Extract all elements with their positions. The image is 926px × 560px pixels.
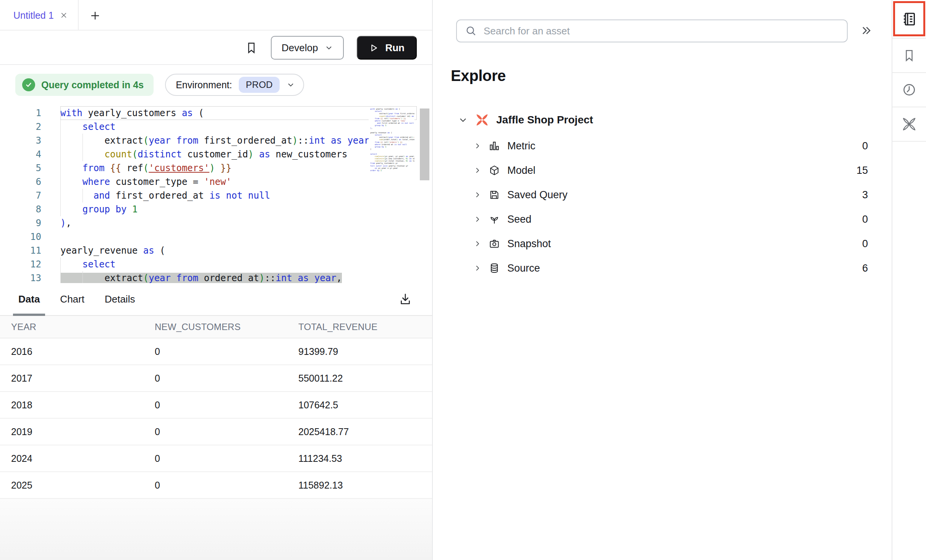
- asset-tree: Jaffle Shop Project Metric0Model15Saved …: [434, 106, 892, 280]
- line-number: 6: [0, 175, 41, 189]
- source-icon: [489, 262, 500, 274]
- indent-guide: [83, 189, 83, 202]
- results-tab-details[interactable]: Details: [105, 283, 135, 315]
- tree-item-saved-query[interactable]: Saved Query3: [434, 183, 892, 207]
- table-cell: 2025418.77: [298, 426, 432, 437]
- tree-item-count: 0: [862, 238, 868, 250]
- code-line[interactable]: 2 select: [0, 120, 417, 134]
- code-area[interactable]: 1with yearly_customers as (2 select3 ext…: [0, 106, 417, 283]
- table-row: 201902025418.77: [0, 419, 432, 445]
- line-number: 9: [0, 216, 41, 230]
- search-input[interactable]: [484, 25, 847, 37]
- indent-guide: [60, 189, 61, 202]
- code-line[interactable]: 1with yearly_customers as (: [0, 106, 417, 120]
- query-status-badge: Query completed in 4s: [15, 74, 154, 96]
- project-name: Jaffle Shop Project: [496, 114, 593, 126]
- query-status-text: Query completed in 4s: [41, 79, 144, 91]
- catalog-icon: [902, 11, 917, 27]
- results-tab-chart[interactable]: Chart: [60, 283, 84, 315]
- indent-guide: [60, 161, 61, 175]
- line-number: 5: [0, 161, 41, 175]
- table-row: 20170550011.22: [0, 365, 432, 392]
- dbt-logo-icon: [902, 117, 916, 131]
- new-tab-plus-icon[interactable]: [87, 8, 103, 24]
- code-editor[interactable]: 1with yearly_customers as (2 select3 ext…: [0, 106, 432, 283]
- indent-guide: [83, 271, 83, 283]
- tree-item-label: Source: [507, 262, 855, 274]
- code-line[interactable]: 6 where customer_type = 'new': [0, 175, 417, 189]
- table-row: 2016091399.79: [0, 338, 432, 365]
- rail-item-dbt-logo[interactable]: [892, 107, 926, 142]
- rail-item-history[interactable]: [892, 73, 926, 107]
- line-number: 11: [0, 244, 41, 257]
- table-cell: 115892.13: [298, 480, 432, 491]
- column-header: NEW_CUSTOMERS: [155, 322, 298, 332]
- results-tabs: DataChartDetails: [0, 283, 432, 316]
- line-number: 2: [0, 120, 41, 134]
- table-cell: 0: [155, 453, 298, 464]
- rail-item-bookmark[interactable]: [892, 39, 926, 73]
- chevron-right-icon[interactable]: [474, 240, 481, 248]
- tree-item-seed[interactable]: Seed0: [434, 207, 892, 231]
- close-icon[interactable]: [60, 11, 68, 19]
- asset-search[interactable]: [456, 19, 848, 42]
- table-cell: 0: [155, 400, 298, 411]
- tab-bar: Untitled 1: [0, 0, 432, 31]
- code-line[interactable]: 13 extract(year from ordered_at)::int as…: [0, 271, 417, 283]
- code-line[interactable]: 4 count(distinct customer_id) as new_cus…: [0, 147, 417, 161]
- tab-untitled-1[interactable]: Untitled 1: [0, 0, 79, 31]
- tree-item-model[interactable]: Model15: [434, 158, 892, 183]
- indent-guide: [60, 147, 61, 161]
- chevron-right-icon[interactable]: [474, 167, 481, 174]
- code-line[interactable]: 3 extract(year from first_ordered_at)::i…: [0, 134, 417, 147]
- indent-guide: [60, 202, 61, 216]
- chevron-right-icon[interactable]: [474, 264, 481, 272]
- collapse-panel-icon[interactable]: [860, 24, 872, 37]
- line-number: 1: [0, 106, 41, 120]
- tree-item-label: Saved Query: [507, 189, 855, 201]
- tree-project-row[interactable]: Jaffle Shop Project: [434, 106, 892, 134]
- environment-label: Environment:: [176, 79, 232, 91]
- line-number: 4: [0, 147, 41, 161]
- indent-guide: [60, 257, 61, 271]
- develop-button[interactable]: Develop: [271, 36, 344, 60]
- tree-item-count: 3: [862, 189, 868, 201]
- table-cell: 2019: [11, 426, 155, 437]
- environment-value-badge: PROD: [239, 77, 280, 93]
- editor-scrollbar[interactable]: [420, 108, 429, 180]
- table-cell: 2018: [11, 400, 155, 411]
- saved-query-icon: [489, 189, 500, 201]
- chevron-right-icon[interactable]: [474, 142, 481, 150]
- column-header: YEAR: [11, 322, 155, 332]
- check-icon: [22, 78, 35, 91]
- chevron-right-icon[interactable]: [474, 191, 481, 199]
- code-line[interactable]: 8 group by 1: [0, 202, 417, 216]
- code-line[interactable]: 11yearly_revenue as (: [0, 244, 417, 257]
- chevron-down-icon[interactable]: [458, 115, 468, 125]
- line-number: 3: [0, 134, 41, 147]
- minimap[interactable]: with yearly_customers as ( select extrac…: [369, 108, 414, 172]
- download-icon[interactable]: [398, 292, 412, 306]
- code-line[interactable]: 9),: [0, 216, 417, 230]
- rail-item-catalog[interactable]: [892, 0, 926, 39]
- table-cell: 2017: [11, 373, 155, 384]
- tree-item-source[interactable]: Source6: [434, 256, 892, 280]
- code-line[interactable]: 7 and first_ordered_at is not null: [0, 189, 417, 202]
- bookmark-icon[interactable]: [245, 41, 258, 54]
- environment-selector[interactable]: Environment: PROD: [165, 74, 304, 96]
- chevron-right-icon[interactable]: [474, 215, 481, 223]
- results-tab-data[interactable]: Data: [18, 283, 40, 315]
- indent-guide: [83, 134, 83, 147]
- table-cell: 0: [155, 346, 298, 357]
- table-row: 20250115892.13: [0, 472, 432, 499]
- code-line[interactable]: 12 select: [0, 257, 417, 271]
- run-button[interactable]: Run: [357, 36, 417, 60]
- tree-item-snapshot[interactable]: Snapshot0: [434, 231, 892, 256]
- code-line[interactable]: 10: [0, 230, 417, 244]
- indent-guide: [60, 134, 61, 147]
- tree-item-metric[interactable]: Metric0: [434, 134, 892, 158]
- code-line[interactable]: 5 from {{ ref('customers') }}: [0, 161, 417, 175]
- bookmark-icon: [902, 49, 916, 62]
- tree-item-label: Snapshot: [507, 238, 855, 250]
- dbt-logo-icon: [476, 113, 489, 126]
